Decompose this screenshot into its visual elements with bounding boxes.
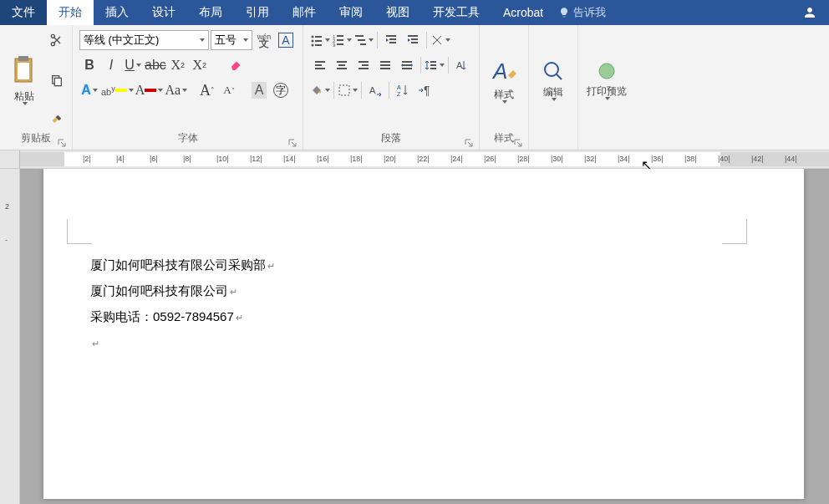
brush-icon — [50, 113, 64, 126]
cut-button[interactable] — [47, 30, 67, 50]
tell-me[interactable]: 告诉我 — [558, 0, 606, 25]
clipboard-group-label: 剪贴板 — [21, 132, 51, 144]
dialog-launcher-icon[interactable] — [57, 138, 67, 148]
tab-references[interactable]: 引用 — [234, 0, 281, 25]
strikethrough-button[interactable]: abc — [145, 55, 166, 75]
dialog-launcher-icon[interactable] — [464, 138, 474, 148]
sort-button[interactable]: AZ — [393, 80, 413, 100]
underline-button[interactable]: U — [123, 55, 143, 75]
font-name-combo[interactable]: 等线 (中文正文) — [79, 30, 209, 50]
shrink-font-button[interactable]: A˅ — [219, 80, 239, 100]
styles-group-label: 样式 — [494, 132, 514, 144]
svg-rect-34 — [359, 61, 369, 63]
svg-text:3: 3 — [333, 43, 336, 47]
increase-indent-button[interactable] — [403, 30, 423, 50]
share-icon[interactable] — [791, 0, 829, 25]
group-editing: 编辑 — [529, 25, 578, 150]
text-direction-button[interactable]: A — [452, 55, 472, 75]
font-color-button[interactable]: A — [135, 80, 164, 100]
tab-insert[interactable]: 插入 — [94, 0, 140, 25]
font-size-combo[interactable]: 五号 — [211, 30, 252, 50]
svg-rect-22 — [386, 35, 396, 37]
highlight-button[interactable]: aby — [101, 80, 134, 100]
svg-rect-47 — [339, 85, 349, 95]
dialog-launcher-icon[interactable] — [513, 138, 523, 148]
group-styles: A 样式 样式 — [480, 25, 529, 150]
align-left-icon — [313, 59, 327, 72]
tab-home[interactable]: 开始 — [47, 0, 94, 25]
eraser-icon — [229, 58, 244, 73]
document-body[interactable]: 厦门如何吧科技有限公司采购部↵ 厦门如何吧科技有限公司↵ 采购电话：0592-7… — [90, 252, 275, 356]
superscript-button[interactable]: X2 — [190, 55, 210, 75]
tab-design[interactable]: 设计 — [140, 0, 187, 25]
svg-rect-24 — [389, 42, 396, 43]
margin-corner-right — [722, 219, 747, 244]
line-spacing-icon — [425, 59, 438, 72]
change-case-button[interactable]: Aa — [165, 80, 187, 100]
borders-button[interactable] — [338, 80, 358, 100]
multilevel-list-button[interactable] — [353, 30, 374, 50]
dialog-launcher-icon[interactable] — [287, 138, 298, 148]
vertical-ruler[interactable]: 2 - — [0, 169, 20, 504]
clipboard-icon — [12, 55, 37, 87]
svg-rect-2 — [18, 63, 29, 79]
copy-button[interactable] — [47, 70, 67, 90]
text-effects-button[interactable]: A — [79, 80, 99, 100]
numbering-button[interactable]: 123 — [332, 30, 352, 50]
align-left-button[interactable] — [310, 55, 330, 75]
group-paragraph: 123 A — [303, 25, 480, 150]
bullets-button[interactable] — [310, 30, 330, 50]
justify-button[interactable] — [375, 55, 395, 75]
align-center-button[interactable] — [332, 55, 352, 75]
tab-file[interactable]: 文件 — [0, 0, 47, 25]
character-border-button[interactable]: A — [276, 30, 296, 50]
multilevel-icon — [353, 33, 367, 47]
svg-rect-12 — [315, 44, 322, 46]
clear-formatting-button[interactable] — [226, 55, 247, 75]
page-viewport[interactable]: 厦门如何吧科技有限公司采购部↵ 厦门如何吧科技有限公司↵ 采购电话：0592-7… — [20, 169, 829, 504]
snap-to-grid-button[interactable]: A — [365, 80, 385, 100]
styles-label: 样式 — [494, 89, 514, 100]
horizontal-ruler[interactable]: |2||4||6||8||10||12||14||16||18||20||22|… — [0, 150, 829, 169]
svg-text:A: A — [491, 59, 507, 84]
bold-button[interactable]: B — [79, 55, 99, 75]
italic-button[interactable]: I — [101, 55, 121, 75]
shading-button[interactable] — [310, 80, 330, 100]
doc-line-1: 厦门如何吧科技有限公司采购部 — [90, 257, 266, 272]
asian-layout-icon — [430, 33, 444, 47]
tab-developer[interactable]: 开发工具 — [421, 0, 491, 25]
distributed-button[interactable] — [397, 55, 417, 75]
character-shading-button[interactable]: A — [249, 80, 269, 100]
copy-icon — [50, 74, 64, 87]
scissors-icon — [50, 33, 64, 47]
align-right-button[interactable] — [353, 55, 374, 75]
svg-point-9 — [312, 40, 314, 43]
borders-icon — [338, 84, 351, 97]
tab-acrobat[interactable]: Acrobat — [491, 0, 555, 25]
svg-rect-45 — [430, 68, 436, 69]
tab-view[interactable]: 视图 — [374, 0, 421, 25]
group-clipboard: 粘贴 剪贴板 — [0, 25, 73, 150]
bucket-icon — [310, 84, 323, 97]
paste-button[interactable]: 粘贴 — [3, 28, 45, 131]
tab-layout[interactable]: 布局 — [187, 0, 234, 25]
enclose-characters-button[interactable]: 字 — [271, 80, 291, 100]
align-right-icon — [357, 59, 370, 72]
asian-layout-button[interactable] — [430, 30, 450, 50]
page: 厦门如何吧科技有限公司采购部↵ 厦门如何吧科技有限公司↵ 采购电话：0592-7… — [43, 169, 804, 499]
editing-button[interactable]: 编辑 — [532, 28, 574, 131]
print-preview-button[interactable]: 打印预览 — [582, 28, 632, 131]
phonetic-guide-button[interactable]: wén文 — [254, 30, 274, 50]
decrease-indent-button[interactable] — [381, 30, 401, 50]
pilcrow-icon: ¶ — [417, 84, 432, 97]
subscript-button[interactable]: X2 — [168, 55, 188, 75]
tab-mailings[interactable]: 邮件 — [281, 0, 328, 25]
tab-review[interactable]: 审阅 — [328, 0, 374, 25]
svg-rect-1 — [18, 56, 28, 61]
line-spacing-button[interactable] — [425, 55, 445, 75]
styles-button[interactable]: A 样式 — [483, 28, 525, 131]
grow-font-button[interactable]: A˄ — [197, 80, 217, 100]
format-painter-button[interactable] — [47, 109, 67, 130]
svg-rect-18 — [337, 43, 343, 45]
show-hide-button[interactable]: ¶ — [414, 80, 435, 100]
